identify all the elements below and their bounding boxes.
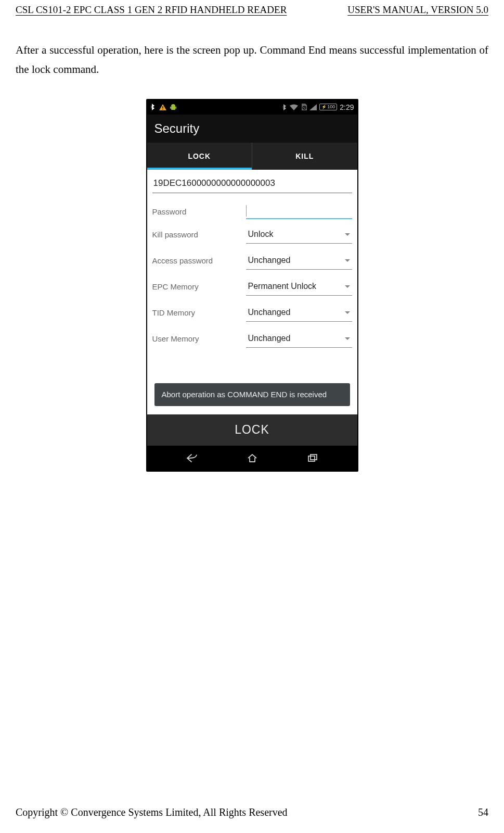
password-input[interactable]	[246, 204, 352, 219]
svg-rect-1	[162, 109, 163, 109]
svg-rect-2	[171, 106, 175, 110]
chevron-down-icon	[345, 337, 350, 340]
screen-title: Security	[154, 121, 200, 136]
android-nav-bar	[147, 446, 357, 471]
access-password-value: Unchanged	[248, 256, 291, 265]
user-memory-label: User Memory	[152, 334, 246, 343]
text-cursor	[246, 205, 247, 217]
access-password-label: Access password	[152, 256, 246, 265]
toast-text: Abort operation as COMMAND END is receiv…	[162, 390, 327, 399]
password-label: Password	[152, 207, 246, 219]
chevron-down-icon	[345, 259, 350, 262]
epc-memory-spinner[interactable]: Permanent Unlock	[246, 278, 352, 296]
lock-button-label: LOCK	[235, 423, 269, 437]
chevron-down-icon	[345, 311, 350, 314]
access-password-spinner[interactable]: Unchanged	[246, 252, 352, 270]
chevron-down-icon	[345, 285, 350, 288]
svg-rect-7	[308, 456, 315, 461]
action-bar: Security	[147, 115, 357, 143]
kill-password-value: Unlock	[248, 230, 274, 239]
battery-icon: ⚡100	[319, 104, 337, 110]
epc-memory-value: Permanent Unlock	[248, 282, 317, 291]
svg-rect-3	[170, 106, 171, 109]
tid-memory-label: TID Memory	[152, 308, 246, 317]
epc-field[interactable]: 19DEC1600000000000000003	[152, 175, 352, 193]
recent-apps-button[interactable]	[297, 454, 328, 462]
clock: 2:29	[340, 103, 354, 111]
doc-header-right: USER'S MANUAL, VERSION 5.0	[347, 4, 488, 16]
svg-rect-0	[162, 106, 163, 108]
tab-kill[interactable]: KILL	[252, 143, 357, 170]
doc-header: CSL CS101-2 EPC CLASS 1 GEN 2 RFID HANDH…	[16, 4, 488, 16]
tab-bar: LOCK KILL	[147, 143, 357, 170]
copyright-text: Copyright © Convergence Systems Limited,…	[16, 806, 288, 818]
tab-lock-label: LOCK	[188, 152, 211, 160]
tab-kill-label: KILL	[295, 152, 314, 160]
signal-icon	[309, 104, 317, 110]
home-button[interactable]	[237, 453, 268, 463]
doc-header-left: CSL CS101-2 EPC CLASS 1 GEN 2 RFID HANDH…	[16, 4, 287, 16]
svg-rect-4	[175, 106, 176, 109]
page-number: 54	[478, 806, 488, 818]
warning-icon	[159, 104, 166, 110]
kill-password-label: Kill password	[152, 230, 246, 239]
tid-memory-value: Unchanged	[248, 308, 291, 317]
no-sim-icon	[301, 104, 307, 111]
back-button[interactable]	[176, 453, 208, 463]
bluetooth-connected-icon	[282, 104, 287, 111]
toast-message: Abort operation as COMMAND END is receiv…	[154, 383, 350, 406]
svg-rect-8	[311, 455, 317, 460]
lock-button[interactable]: LOCK	[147, 414, 357, 446]
android-icon	[170, 104, 177, 111]
tab-lock[interactable]: LOCK	[147, 143, 253, 170]
form-content: 19DEC1600000000000000003 Password Kill p…	[147, 170, 357, 414]
epc-memory-label: EPC Memory	[152, 282, 246, 291]
chevron-down-icon	[345, 233, 350, 236]
user-memory-value: Unchanged	[248, 334, 291, 343]
epc-value: 19DEC1600000000000000003	[153, 178, 275, 188]
bluetooth-icon	[150, 104, 156, 111]
kill-password-spinner[interactable]: Unlock	[246, 226, 352, 244]
battery-level: 100	[327, 104, 335, 110]
android-status-bar: ⚡100 2:29	[147, 100, 357, 115]
user-memory-spinner[interactable]: Unchanged	[246, 330, 352, 348]
doc-footer: Copyright © Convergence Systems Limited,…	[16, 806, 488, 818]
tid-memory-spinner[interactable]: Unchanged	[246, 304, 352, 322]
wifi-icon	[290, 104, 298, 110]
phone-screenshot: ⚡100 2:29 Security LOCK KILL 19DEC160000…	[146, 99, 358, 472]
intro-paragraph: After a successful operation, here is th…	[16, 41, 488, 79]
